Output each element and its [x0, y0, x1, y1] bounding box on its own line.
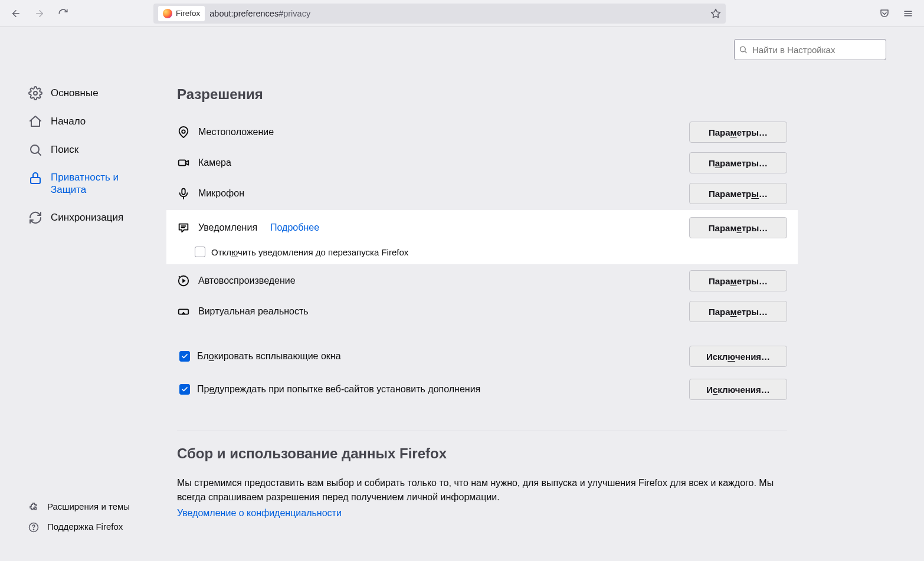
svg-point-12	[182, 130, 185, 133]
star-icon	[710, 8, 721, 19]
privacy-notice-link[interactable]: Уведомление о конфиденциальности	[177, 508, 342, 518]
forward-button[interactable]	[30, 5, 50, 22]
url-text: about:preferences#privacy	[209, 9, 310, 18]
firefox-logo-icon	[163, 9, 172, 18]
svg-rect-13	[179, 160, 186, 165]
sidebar-item-label: Поиск	[51, 143, 78, 156]
data-collection-heading: Сбор и использование данных Firefox	[177, 445, 787, 462]
sidebar-item-label: Поддержка Firefox	[47, 521, 123, 533]
permission-notifications-row: Уведомления Подробнее Параметры…	[177, 212, 787, 243]
pause-notifications-row: Отключить уведомления до перезапуска Fir…	[177, 243, 787, 263]
svg-point-11	[33, 529, 34, 530]
question-icon	[28, 522, 39, 533]
permission-location-row: Местоположение Параметры…	[177, 117, 787, 147]
permission-autoplay-row: Автовоспроизведение Параметры…	[177, 265, 787, 296]
svg-point-6	[34, 91, 37, 95]
identity-box[interactable]: Firefox	[158, 6, 205, 21]
autoplay-settings-button[interactable]: Параметры…	[689, 270, 787, 291]
sidebar-item-label: Начало	[51, 115, 86, 127]
lock-icon	[28, 171, 42, 185]
svg-marker-0	[712, 9, 720, 17]
permission-label: Виртуальная реальность	[198, 306, 309, 317]
svg-point-7	[31, 145, 39, 153]
pocket-icon	[879, 8, 890, 19]
sidebar-item-label: Приватность и Защита	[51, 171, 146, 196]
arrow-left-icon	[11, 8, 21, 19]
addons-exceptions-button[interactable]: Исключения…	[689, 379, 787, 400]
sidebar-item-label: Синхронизация	[51, 211, 123, 224]
puzzle-icon	[28, 501, 39, 512]
reload-button[interactable]	[53, 5, 73, 22]
arrow-right-icon	[34, 8, 45, 19]
sidebar-bottom: Расширения и темы Поддержка Firefox	[28, 497, 158, 538]
permission-vr-row: Виртуальная реальность Параметры…	[177, 296, 787, 327]
svg-line-5	[745, 51, 746, 53]
settings-search	[734, 39, 886, 60]
vr-settings-button[interactable]: Параметры…	[689, 301, 787, 322]
camera-settings-button[interactable]: Параметры…	[689, 152, 787, 173]
block-popups-checkbox[interactable]	[179, 351, 190, 362]
app-menu-button[interactable]	[898, 5, 918, 22]
bookmark-star-button[interactable]	[710, 8, 721, 19]
reload-icon	[58, 8, 68, 19]
sidebar-item-search[interactable]: Поиск	[28, 137, 146, 165]
permission-label: Камера	[198, 158, 231, 168]
notifications-learn-more-link[interactable]: Подробнее	[270, 222, 319, 233]
pause-notifications-checkbox[interactable]	[195, 247, 205, 257]
main-content: Разрешения Местоположение Параметры… Кам…	[177, 86, 787, 519]
vr-icon	[177, 305, 190, 318]
svg-point-4	[740, 47, 746, 52]
location-settings-button[interactable]: Параметры…	[689, 122, 787, 143]
svg-rect-9	[31, 178, 40, 183]
permission-camera-row: Камера Параметры…	[177, 147, 787, 178]
permission-microphone-row: Микрофон Параметры…	[177, 178, 787, 209]
settings-search-input[interactable]	[734, 39, 886, 60]
microphone-icon	[177, 187, 190, 200]
warn-addons-label: Предупреждать при попытке веб-сайтов уст…	[197, 384, 480, 395]
divider	[177, 431, 787, 431]
sidebar-item-sync[interactable]: Синхронизация	[28, 205, 146, 233]
search-icon	[739, 45, 748, 54]
location-icon	[177, 126, 190, 139]
microphone-settings-button[interactable]: Параметры…	[689, 183, 787, 204]
warn-addons-checkbox[interactable]	[179, 384, 190, 395]
popups-exceptions-button[interactable]: Исключения…	[689, 346, 787, 367]
sidebar-item-extensions[interactable]: Расширения и темы	[28, 497, 158, 517]
sync-icon	[28, 211, 42, 225]
browser-toolbar: Firefox about:preferences#privacy	[0, 0, 924, 27]
permission-label: Автовоспроизведение	[198, 275, 296, 286]
data-collection-text: Мы стремимся предоставить вам выбор и со…	[177, 476, 787, 504]
sidebar-item-privacy[interactable]: Приватность и Защита	[28, 165, 146, 205]
permission-label: Уведомления	[198, 222, 257, 233]
camera-icon	[177, 156, 190, 169]
pocket-button[interactable]	[874, 5, 894, 22]
sidebar-item-label: Расширения и темы	[47, 501, 130, 513]
svg-rect-15	[182, 189, 185, 195]
hamburger-icon	[903, 8, 913, 19]
home-icon	[28, 114, 42, 129]
warn-addons-row: Предупреждать при попытке веб-сайтов уст…	[177, 373, 787, 406]
permission-notifications-group: Уведомления Подробнее Параметры… Отключи…	[166, 210, 798, 264]
permission-label: Микрофон	[198, 188, 244, 199]
sidebar-item-general[interactable]: Основные	[28, 80, 146, 109]
sidebar-item-home[interactable]: Начало	[28, 109, 146, 137]
gear-icon	[28, 86, 42, 100]
notifications-settings-button[interactable]: Параметры…	[689, 217, 787, 238]
block-popups-row: Блокировать всплывающие окна Исключения…	[177, 340, 787, 373]
permission-label: Местоположение	[198, 127, 274, 137]
block-popups-label: Блокировать всплывающие окна	[197, 351, 341, 362]
sidebar-item-label: Основные	[51, 87, 99, 99]
identity-label: Firefox	[176, 9, 200, 18]
notification-icon	[177, 221, 190, 234]
svg-marker-20	[182, 278, 186, 283]
svg-line-8	[38, 153, 41, 155]
url-bar[interactable]: Firefox about:preferences#privacy	[153, 4, 726, 24]
autoplay-icon	[177, 274, 190, 287]
sidebar-nav: Основные Начало Поиск Приватность и Защи…	[28, 80, 146, 233]
permissions-heading: Разрешения	[177, 86, 787, 103]
sidebar-item-support[interactable]: Поддержка Firefox	[28, 517, 158, 537]
pause-notifications-label: Отключить уведомления до перезапуска Fir…	[211, 247, 408, 257]
back-button[interactable]	[6, 5, 26, 22]
magnifier-icon	[28, 143, 42, 157]
